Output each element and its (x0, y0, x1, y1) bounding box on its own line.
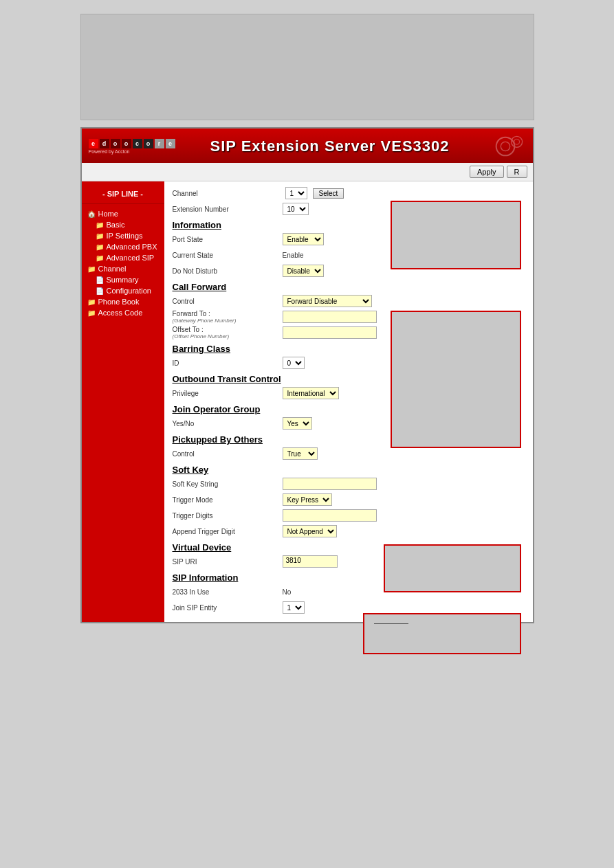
join-sip-select[interactable]: 12 (283, 601, 305, 614)
app-container: e d o o c o r e Powered by Accton SIP Ex… (80, 127, 534, 623)
channel-label: Channel (173, 190, 283, 197)
svg-point-3 (514, 139, 519, 144)
app-header: e d o o c o r e Powered by Accton SIP Ex… (82, 129, 533, 163)
port-state-label: Port State (173, 236, 283, 243)
forward-to-input[interactable] (283, 311, 377, 323)
sidebar-item-advanced-pbx[interactable]: 📁 Advanced PBX (82, 241, 164, 252)
barring-id-label: ID (173, 359, 283, 367)
svg-point-1 (501, 142, 509, 151)
summary-doc-icon: 📄 (96, 276, 104, 284)
sidebar-item-configuration[interactable]: 📄 Configuration (82, 285, 164, 296)
privilege-label: Privilege (173, 390, 283, 397)
trigger-mode-row: Trigger Mode Key PressOther (173, 493, 525, 507)
home-icon: 🏠 (87, 210, 96, 218)
sidebar-item-summary[interactable]: 📄 Summary (82, 274, 164, 285)
access-code-folder-icon: 📁 (87, 309, 96, 317)
sidebar-item-phone-book[interactable]: 📁 Phone Book (82, 296, 164, 307)
sidebar-label-phone-book: Phone Book (98, 298, 140, 306)
cf-control-label: Control (173, 298, 283, 305)
logo-sq-e: e (89, 139, 98, 148)
logo-sq-r: r (155, 139, 164, 148)
sidebar-label-advanced-pbx: Advanced PBX (107, 243, 157, 251)
configuration-doc-icon: 📄 (96, 287, 104, 295)
logo-area: e d o o c o r e Powered by Accton (89, 139, 175, 154)
sidebar-item-advanced-sip[interactable]: 📁 Advanced SIP (82, 252, 164, 263)
yes-no-label: Yes/No (173, 420, 283, 427)
cf-control-row: Control Forward DisableForward Enable (173, 294, 525, 308)
sidebar-label-advanced-sip: Advanced SIP (107, 254, 155, 262)
ip-settings-folder-icon: 📁 (96, 232, 104, 240)
logo-sq-o2: o (122, 139, 131, 148)
advanced-pbx-folder-icon: 📁 (96, 243, 104, 251)
current-state-label: Current State (173, 252, 283, 259)
trigger-mode-label: Trigger Mode (173, 496, 283, 504)
sip-uri-label: SIP URI (173, 558, 283, 566)
header-title: SIP Extension Server VES3302 (175, 137, 485, 155)
pickup-control-label: Control (173, 450, 283, 458)
do-not-disturb-select[interactable]: DisableEnable (283, 265, 324, 277)
sidebar-item-channel[interactable]: 📁 Channel (82, 263, 164, 274)
sidebar-title: - SIP LINE - (82, 187, 164, 204)
powered-by: Powered by Accton (89, 149, 130, 154)
annotation-box-3 (384, 544, 521, 592)
soft-key-string-label: Soft Key String (173, 480, 283, 488)
trigger-mode-select[interactable]: Key PressOther (283, 493, 332, 506)
port-state-select[interactable]: EnableDisable (283, 233, 324, 245)
sidebar-item-ip-settings[interactable]: 📁 IP Settings (82, 230, 164, 241)
basic-folder-icon: 📁 (96, 221, 104, 229)
logo-sq-o3: o (144, 139, 153, 148)
in-use-label: 2033 In Use (173, 588, 283, 596)
extension-number-select[interactable]: 10 (283, 203, 309, 215)
append-trigger-select[interactable]: Not AppendAppend (283, 525, 337, 537)
sidebar-label-channel: Channel (98, 265, 127, 273)
reset-button[interactable]: R (507, 166, 527, 178)
sidebar-item-basic[interactable]: 📁 Basic (82, 219, 164, 230)
logo-sq-c: c (133, 139, 142, 148)
sidebar-label-basic: Basic (107, 221, 125, 229)
soft-key-title: Soft Key (173, 465, 525, 475)
phone-book-folder-icon: 📁 (87, 298, 96, 306)
sidebar-item-access-code[interactable]: 📁 Access Code (82, 307, 164, 318)
current-state-value: Enable (283, 252, 304, 259)
channel-select[interactable]: 123 (285, 187, 307, 199)
top-banner (80, 14, 534, 120)
content-area: Channel 123 Select Extension Number 10 I… (164, 181, 533, 622)
apply-button[interactable]: Apply (470, 166, 504, 178)
do-not-disturb-label: Do Not Disturb (173, 267, 283, 275)
trigger-digits-input[interactable] (283, 509, 377, 522)
soft-key-string-row: Soft Key String (173, 477, 525, 491)
trigger-digits-label: Trigger Digits (173, 512, 283, 520)
sidebar-item-home[interactable]: 🏠 Home (82, 208, 164, 219)
extension-number-label: Extension Number (173, 205, 283, 213)
call-forward-title: Call Forward (173, 282, 525, 292)
yes-no-select[interactable]: YesNo (283, 417, 312, 430)
gear-decoration (485, 133, 526, 160)
logo-sq-e2: e (166, 139, 175, 148)
append-trigger-row: Append Trigger Digit Not AppendAppend (173, 524, 525, 538)
toolbar: Apply R (82, 163, 533, 181)
cf-control-select[interactable]: Forward DisableForward Enable (283, 295, 372, 307)
privilege-select[interactable]: InternationalNationalLocal (283, 387, 339, 399)
trigger-digits-row: Trigger Digits (173, 509, 525, 522)
pickup-control-select[interactable]: TrueFalse (283, 447, 318, 460)
pickup-control-row: Control TrueFalse (173, 447, 525, 460)
content-wrapper: Channel 123 Select Extension Number 10 I… (173, 187, 525, 614)
logo-sq-d: d (100, 139, 109, 148)
advanced-sip-folder-icon: 📁 (96, 254, 104, 262)
soft-key-string-input[interactable] (283, 478, 377, 490)
append-trigger-label: Append Trigger Digit (173, 528, 283, 535)
offset-to-label: Offset To : (173, 326, 283, 333)
join-sip-label: Join SIP Entity (173, 604, 283, 612)
logo-squares: e d o o c o r e (89, 139, 175, 148)
offset-to-sublabel: (Offset Phone Number) (173, 333, 283, 340)
offset-to-input[interactable] (283, 326, 377, 339)
barring-id-select[interactable]: 012 (283, 357, 305, 369)
forward-to-sublabel: (Gateway Phone Number) (173, 318, 283, 324)
select-button[interactable]: Select (313, 188, 344, 199)
channel-folder-icon: 📁 (87, 265, 96, 273)
annotation-box-1 (391, 201, 521, 269)
sidebar-label-summary: Summary (107, 276, 139, 284)
forward-to-label: Forward To : (173, 310, 283, 318)
join-sip-row: Join SIP Entity 12 (173, 601, 525, 614)
sip-uri-value: 3810 (283, 555, 338, 568)
